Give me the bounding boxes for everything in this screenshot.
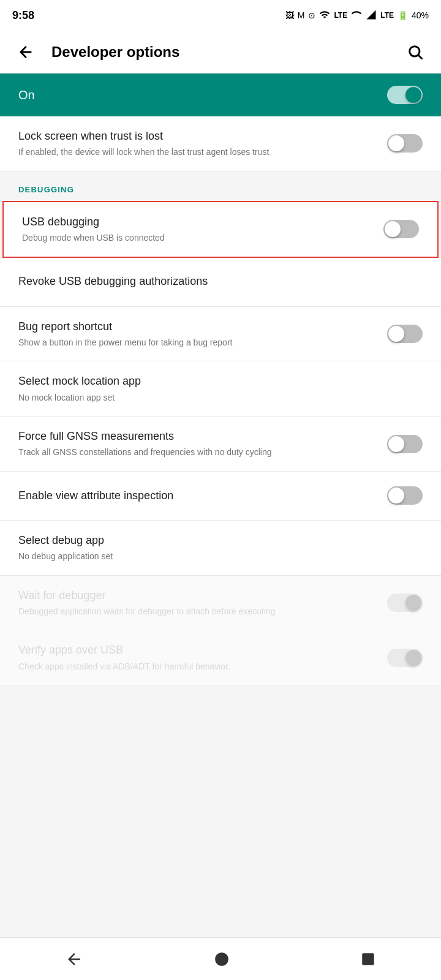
page-title: Developer options [51,43,390,61]
nav-recents-button[interactable] [354,945,382,973]
setting-title-verify-usb: Verify apps over USB [18,643,375,658]
dev-on-label: On [18,88,35,102]
toggle-verify-usb [387,649,423,667]
setting-item-revoke-usb[interactable]: Revoke USB debugging authorizations [0,258,441,307]
section-label-debugging: DEBUGGING [18,185,74,194]
setting-subtitle-lock-screen: If enabled, the device will lock when th… [18,146,375,159]
setting-title-gnss: Force full GNSS measurements [18,429,375,444]
setting-item-verify-usb: Verify apps over USB Check apps installe… [0,630,441,685]
setting-text-mock-location: Select mock location app No mock locatio… [18,374,423,404]
camera-icon: ⊙ [308,10,315,20]
setting-title-wait-debugger: Wait for debugger [18,588,375,603]
section-header-debugging: DEBUGGING [0,172,441,201]
setting-text-bug-report: Bug report shortcut Show a button in the… [18,319,387,349]
setting-text-wait-debugger: Wait for debugger Debugged application w… [18,588,387,618]
toggle-gnss[interactable] [387,435,423,453]
setting-text-revoke-usb: Revoke USB debugging authorizations [18,274,423,289]
setting-subtitle-bug-report: Show a button in the power menu for taki… [18,337,375,349]
back-button[interactable] [12,39,39,66]
setting-title-view-attribute: Enable view attribute inspection [18,488,375,503]
toggle-bug-report[interactable] [387,325,423,343]
setting-subtitle-mock-location: No mock location app set [18,392,410,404]
network-icon [351,9,362,22]
setting-item-lock-screen[interactable]: Lock screen when trust is lost If enable… [0,116,441,172]
status-time: 9:58 [12,9,34,22]
setting-subtitle-gnss: Track all GNSS constellations and freque… [18,447,375,459]
setting-subtitle-usb-debugging: Debug mode when USB is connected [22,232,371,244]
setting-item-wait-debugger: Wait for debugger Debugged application w… [0,576,441,631]
setting-text-usb-debugging: USB debugging Debug mode when USB is con… [22,214,383,244]
signal2-icon [366,9,377,22]
toggle-thumb [405,87,421,103]
lte2-icon: LTE [380,11,394,20]
setting-subtitle-verify-usb: Check apps installed via ADB/ADT for har… [18,661,375,673]
setting-text-verify-usb: Verify apps over USB Check apps installe… [18,643,387,673]
battery-icon: 🔋 [398,10,408,20]
signal-icon [319,9,330,22]
app-bar: Developer options [0,31,441,74]
toggle-wait-debugger [387,594,423,612]
setting-subtitle-wait-debugger: Debugged application waits for debugger … [18,606,375,618]
svg-point-2 [215,952,228,966]
toggle-usb-debugging[interactable] [383,220,419,238]
setting-item-debug-app[interactable]: Select debug app No debug application se… [0,521,441,576]
setting-title-mock-location: Select mock location app [18,374,410,389]
setting-title-debug-app: Select debug app [18,533,410,548]
setting-title-lock-screen: Lock screen when trust is lost [18,129,375,144]
setting-text-gnss: Force full GNSS measurements Track all G… [18,429,387,459]
status-bar: 9:58 🖼 M ⊙ LTE LTE 🔋 40% [0,0,441,31]
svg-line-1 [418,55,421,58]
toggle-view-attribute[interactable] [387,486,423,505]
svg-rect-3 [362,953,374,965]
setting-title-usb-debugging: USB debugging [22,214,371,230]
search-button[interactable] [402,39,429,66]
setting-item-usb-debugging[interactable]: USB debugging Debug mode when USB is con… [2,201,439,258]
setting-title-revoke-usb: Revoke USB debugging authorizations [18,274,410,289]
setting-title-bug-report: Bug report shortcut [18,319,375,334]
toggle-lock-screen[interactable] [387,134,423,153]
settings-list: Lock screen when trust is lost If enable… [0,116,441,734]
setting-item-bug-report[interactable]: Bug report shortcut Show a button in the… [0,307,441,362]
nav-back-button[interactable] [59,944,89,974]
status-icons: 🖼 M ⊙ LTE LTE 🔋 40% [285,9,429,22]
mail-icon: M [298,10,305,20]
setting-text-debug-app: Select debug app No debug application se… [18,533,423,563]
nav-home-button[interactable] [208,945,236,973]
battery-percent: 40% [412,10,429,20]
setting-item-view-attribute[interactable]: Enable view attribute inspection [0,472,441,521]
dev-on-toggle[interactable] [387,86,423,104]
setting-subtitle-debug-app: No debug application set [18,551,410,563]
lte-icon: LTE [334,11,347,20]
gallery-icon: 🖼 [285,10,294,20]
setting-text-lock-screen: Lock screen when trust is lost If enable… [18,129,387,159]
setting-item-mock-location[interactable]: Select mock location app No mock locatio… [0,361,441,417]
dev-on-banner: On [0,74,441,116]
nav-bar [0,937,441,980]
setting-item-gnss[interactable]: Force full GNSS measurements Track all G… [0,417,441,472]
setting-text-view-attribute: Enable view attribute inspection [18,488,387,503]
